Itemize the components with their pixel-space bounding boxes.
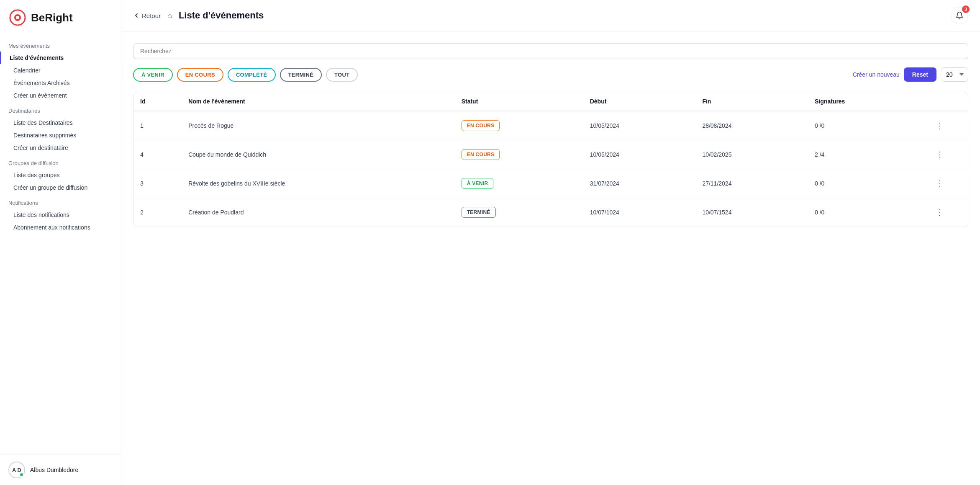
cell-debut: 31/07/2024 xyxy=(583,169,696,198)
cell-status: EN COURS xyxy=(455,140,583,169)
cell-action: ⋮ xyxy=(913,140,968,169)
table-header-row: Id Nom de l'événement Statut Début Fin S… xyxy=(133,92,968,111)
cell-debut: 10/05/2024 xyxy=(583,140,696,169)
sidebar: BeRight Mes événements Liste d'événement… xyxy=(0,0,121,485)
topbar: Retour ⌂ Liste d'événements 3 xyxy=(121,0,980,31)
logo-text: BeRight xyxy=(31,11,73,24)
sidebar-item-creer-evenement[interactable]: Créer un événement xyxy=(0,89,121,102)
table-row: 4 Coupe du monde de Quiddich EN COURS 10… xyxy=(133,140,968,169)
filter-complete-button[interactable]: COMPLÉTÉ xyxy=(228,68,276,82)
filter-termine-button[interactable]: TERMINÉ xyxy=(280,68,322,82)
online-indicator xyxy=(19,472,24,477)
cell-fin: 28/08/2024 xyxy=(695,111,808,140)
header-debut: Début xyxy=(583,92,696,111)
filter-en-cours-button[interactable]: EN COURS xyxy=(177,68,223,82)
status-badge: EN COURS xyxy=(462,120,500,131)
sidebar-item-abonnement-notifications[interactable]: Abonnement aux notifications xyxy=(0,221,121,234)
row-menu-button[interactable]: ⋮ xyxy=(932,177,948,190)
sidebar-item-creer-groupe[interactable]: Créer un groupe de diffusion xyxy=(0,181,121,194)
cell-fin: 27/11/2024 xyxy=(695,169,808,198)
page-size-select[interactable]: 20 50 100 xyxy=(941,67,968,82)
header-signatures: Signatures xyxy=(808,92,912,111)
table-row: 1 Procès de Rogue EN COURS 10/05/2024 28… xyxy=(133,111,968,140)
cell-debut: 10/07/1024 xyxy=(583,198,696,227)
cell-signatures: 0 /0 xyxy=(808,198,912,227)
header-id: Id xyxy=(133,92,182,111)
cell-signatures: 0 /0 xyxy=(808,169,912,198)
sidebar-navigation: Mes événements Liste d'événements Calend… xyxy=(0,37,121,454)
back-label: Retour xyxy=(142,12,161,19)
back-button[interactable]: Retour xyxy=(133,12,161,19)
chevron-left-icon xyxy=(133,12,140,19)
header-action xyxy=(913,92,968,111)
sidebar-item-creer-destinataire[interactable]: Créer un destinataire xyxy=(0,142,121,154)
content-area: À VENIR EN COURS COMPLÉTÉ TERMINÉ TOUT C… xyxy=(121,31,980,485)
cell-id: 2 xyxy=(133,198,182,227)
status-badge: À VENIR xyxy=(462,178,494,189)
cell-signatures: 0 /0 xyxy=(808,111,912,140)
sidebar-item-liste-evenements[interactable]: Liste d'événements xyxy=(0,52,121,64)
page-title: Liste d'événements xyxy=(179,10,264,21)
sidebar-item-liste-destinataires[interactable]: Liste des Destinataires xyxy=(0,116,121,129)
table-row: 2 Création de Poudlard TERMINÉ 10/07/102… xyxy=(133,198,968,227)
create-link[interactable]: Créer un nouveau xyxy=(853,71,900,78)
cell-id: 1 xyxy=(133,111,182,140)
section-label-groupes: Groupes de diffusion xyxy=(0,154,121,169)
filter-tout-button[interactable]: TOUT xyxy=(326,68,358,82)
cell-name: Révolte des gobelins du XVIIIe siècle xyxy=(182,169,455,198)
table-row: 3 Révolte des gobelins du XVIIIe siècle … xyxy=(133,169,968,198)
cell-id: 4 xyxy=(133,140,182,169)
cell-action: ⋮ xyxy=(913,169,968,198)
section-label-destinataires: Destinataires xyxy=(0,102,121,116)
sidebar-item-liste-groupes[interactable]: Liste des groupes xyxy=(0,169,121,181)
main-content: Retour ⌂ Liste d'événements 3 À VENIR EN… xyxy=(121,0,980,485)
avatar-initials: A D xyxy=(12,467,21,473)
section-label-events: Mes événements xyxy=(0,37,121,52)
sidebar-item-archives[interactable]: Événements Archivés xyxy=(0,77,121,89)
reset-button[interactable]: Reset xyxy=(904,67,936,82)
bell-icon xyxy=(955,11,964,20)
filter-a-venir-button[interactable]: À VENIR xyxy=(133,68,173,82)
row-menu-button[interactable]: ⋮ xyxy=(932,148,948,161)
user-footer: A D Albus Dumbledore xyxy=(0,454,121,485)
filter-row: À VENIR EN COURS COMPLÉTÉ TERMINÉ TOUT C… xyxy=(133,67,968,82)
cell-status: TERMINÉ xyxy=(455,198,583,227)
beright-logo-icon xyxy=(8,8,27,27)
status-badge: TERMINÉ xyxy=(462,207,496,218)
notification-badge: 3 xyxy=(962,5,970,13)
topbar-right: 3 xyxy=(951,7,968,24)
cell-fin: 10/07/1524 xyxy=(695,198,808,227)
search-input[interactable] xyxy=(133,43,968,59)
events-table: Id Nom de l'événement Statut Début Fin S… xyxy=(133,92,968,227)
sidebar-item-liste-notifications[interactable]: Liste des notifications xyxy=(0,209,121,221)
cell-name: Coupe du monde de Quiddich xyxy=(182,140,455,169)
cell-status: EN COURS xyxy=(455,111,583,140)
sidebar-item-calendrier[interactable]: Calendrier xyxy=(0,64,121,77)
header-fin: Fin xyxy=(695,92,808,111)
svg-point-3 xyxy=(16,16,19,19)
header-name: Nom de l'événement xyxy=(182,92,455,111)
cell-name: Procès de Rogue xyxy=(182,111,455,140)
row-menu-button[interactable]: ⋮ xyxy=(932,119,948,132)
sidebar-item-destinataires-supprimes[interactable]: Destinataires supprimés xyxy=(0,129,121,142)
logo-area: BeRight xyxy=(0,0,121,37)
cell-action: ⋮ xyxy=(913,198,968,227)
row-menu-button[interactable]: ⋮ xyxy=(932,206,948,219)
cell-fin: 10/02/2025 xyxy=(695,140,808,169)
avatar: A D xyxy=(8,462,25,478)
header-status: Statut xyxy=(455,92,583,111)
cell-signatures: 2 /4 xyxy=(808,140,912,169)
cell-status: À VENIR xyxy=(455,169,583,198)
notification-bell-button[interactable]: 3 xyxy=(951,7,968,24)
section-label-notifications: Notifications xyxy=(0,194,121,209)
cell-action: ⋮ xyxy=(913,111,968,140)
user-name: Albus Dumbledore xyxy=(30,467,78,473)
cell-id: 3 xyxy=(133,169,182,198)
cell-debut: 10/05/2024 xyxy=(583,111,696,140)
cell-name: Création de Poudlard xyxy=(182,198,455,227)
home-icon[interactable]: ⌂ xyxy=(167,11,172,20)
status-badge: EN COURS xyxy=(462,149,500,160)
